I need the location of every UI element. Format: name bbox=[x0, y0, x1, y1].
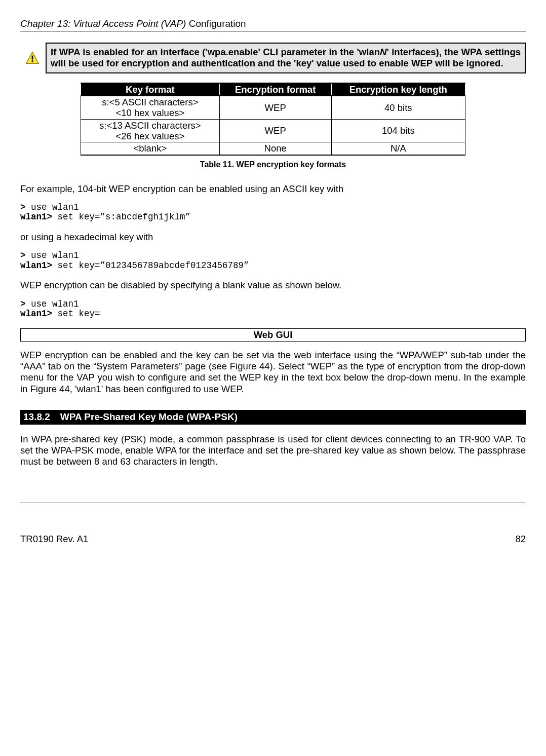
svg-rect-1 bbox=[32, 56, 33, 60]
section-title: WPA Pre-Shared Key Mode (WPA-PSK) bbox=[60, 411, 238, 422]
col-key-format: Key format bbox=[81, 83, 220, 96]
cli-cmd: use wlan1 bbox=[26, 299, 79, 309]
cli-prompt: > bbox=[20, 250, 26, 260]
table-row: <blank> None N/A bbox=[81, 142, 465, 155]
cell-key-format: s:<5 ASCII characters><10 hex values> bbox=[81, 96, 220, 119]
cli-cmd: use wlan1 bbox=[26, 250, 79, 260]
cell-key-length: N/A bbox=[331, 142, 465, 155]
table-row: s:<5 ASCII characters><10 hex values> WE… bbox=[81, 96, 465, 119]
page-footer: TR0190 Rev. A1 82 bbox=[20, 534, 526, 545]
cell-key-length: 104 bits bbox=[331, 119, 465, 142]
chapter-title-plain: Configuration bbox=[186, 18, 246, 29]
cli-prompt: wlan1> bbox=[20, 309, 52, 319]
paragraph: or using a hexadecimal key with bbox=[20, 232, 526, 243]
paragraph: WEP encryption can be disabled by specif… bbox=[20, 280, 526, 291]
cli-cmd: set key=”s:abcdefghijklm” bbox=[52, 212, 190, 222]
cli-block: > use wlan1 wlan1> set key=”0123456789ab… bbox=[20, 251, 526, 271]
webgui-heading: Web GUI bbox=[20, 328, 526, 342]
cli-prompt: > bbox=[20, 299, 26, 309]
cli-block: > use wlan1 wlan1> set key=”s:abcdefghij… bbox=[20, 203, 526, 222]
footer-rule bbox=[20, 503, 526, 503]
cli-prompt: wlan1> bbox=[20, 212, 52, 222]
table-row: s:<13 ASCII characters><26 hex values> W… bbox=[81, 119, 465, 142]
paragraph: WEP encryption can be enabled and the ke… bbox=[20, 350, 526, 395]
wep-table: Key format Encryption format Encryption … bbox=[81, 83, 465, 156]
cell-key-format: s:<13 ASCII characters><26 hex values> bbox=[81, 119, 220, 142]
header-rule bbox=[20, 31, 526, 31]
paragraph: For example, 104-bit WEP encryption can … bbox=[20, 183, 526, 195]
cell-key-length: 40 bits bbox=[331, 96, 465, 119]
chapter-title-italic: Chapter 13: Virtual Access Point (VAP) bbox=[20, 18, 186, 29]
table-header-row: Key format Encryption format Encryption … bbox=[81, 83, 465, 96]
cli-prompt: > bbox=[20, 202, 26, 212]
cell-enc-format: WEP bbox=[219, 119, 331, 142]
cli-cmd: set key=”0123456789abcdef0123456789” bbox=[52, 260, 249, 271]
col-encryption-format: Encryption format bbox=[219, 83, 331, 96]
paragraph: In WPA pre-shared key (PSK) mode, a comm… bbox=[20, 434, 526, 468]
svg-rect-2 bbox=[32, 61, 33, 62]
section-number: 13.8.2 bbox=[23, 411, 50, 423]
warning-callout: If WPA is enabled for an interface ('wpa… bbox=[25, 43, 526, 73]
footer-left: TR0190 Rev. A1 bbox=[20, 534, 88, 545]
cli-cmd: set key= bbox=[52, 309, 100, 319]
cell-enc-format: WEP bbox=[219, 96, 331, 119]
warning-text: If WPA is enabled for an interface ('wpa… bbox=[46, 43, 526, 73]
cli-prompt: wlan1> bbox=[20, 260, 52, 271]
chapter-header: Chapter 13: Virtual Access Point (VAP) C… bbox=[20, 18, 526, 30]
page-number: 82 bbox=[515, 534, 526, 545]
cell-key-format: <blank> bbox=[81, 142, 220, 155]
table-caption: Table 11. WEP encryption key formats bbox=[20, 160, 526, 169]
col-key-length: Encryption key length bbox=[331, 83, 465, 96]
warning-triangle-icon bbox=[25, 51, 40, 65]
cell-enc-format: None bbox=[219, 142, 331, 155]
cli-block: > use wlan1 wlan1> set key= bbox=[20, 299, 526, 319]
cli-cmd: use wlan1 bbox=[26, 202, 79, 212]
section-header: 13.8.2WPA Pre-Shared Key Mode (WPA-PSK) bbox=[20, 410, 526, 425]
